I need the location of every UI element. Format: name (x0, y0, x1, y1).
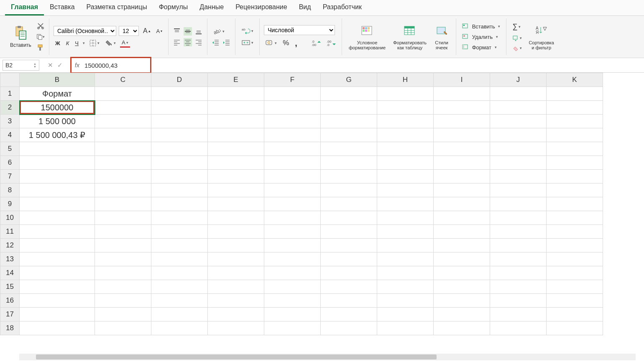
align-bottom-icon[interactable] (194, 27, 203, 36)
cell[interactable] (208, 128, 264, 142)
font-name-select[interactable]: Calibri (Основной… (54, 26, 116, 36)
cell[interactable] (434, 128, 490, 142)
row-header-15[interactable]: 15 (0, 280, 20, 294)
cell[interactable] (20, 308, 95, 321)
cell[interactable] (208, 211, 264, 225)
cell[interactable] (95, 211, 151, 225)
cell[interactable] (151, 184, 208, 197)
cell[interactable] (321, 294, 377, 308)
cell[interactable] (95, 197, 151, 211)
col-header-B[interactable]: B (20, 73, 95, 87)
cell[interactable] (264, 225, 321, 239)
cell[interactable] (321, 321, 377, 335)
copy-icon[interactable]: ▾ (36, 33, 45, 41)
col-header-E[interactable]: E (208, 73, 264, 87)
cell[interactable] (321, 184, 377, 197)
cell[interactable] (151, 294, 208, 308)
row-header-1[interactable]: 1 (0, 87, 20, 101)
cell[interactable] (547, 239, 603, 252)
cell[interactable] (547, 184, 603, 197)
col-header-C[interactable]: C (95, 73, 151, 87)
cell[interactable] (95, 87, 151, 101)
cell[interactable] (321, 87, 377, 101)
cell[interactable] (490, 266, 547, 280)
row-header-18[interactable]: 18 (0, 321, 20, 335)
cell[interactable] (377, 197, 434, 211)
cell[interactable] (95, 280, 151, 294)
cell[interactable] (95, 184, 151, 197)
cell[interactable] (208, 266, 264, 280)
cell[interactable] (151, 280, 208, 294)
font-color-button[interactable]: А▾ (120, 38, 130, 48)
cell-B3[interactable]: 1 500 000 (20, 115, 95, 128)
cell[interactable] (264, 252, 321, 266)
cell[interactable] (264, 87, 321, 101)
scrollbar-thumb[interactable] (36, 354, 437, 359)
cell[interactable] (321, 197, 377, 211)
cell[interactable] (264, 142, 321, 156)
cell[interactable] (490, 142, 547, 156)
cell[interactable] (321, 101, 377, 115)
cell[interactable] (20, 170, 95, 184)
cell[interactable] (547, 321, 603, 335)
borders-button[interactable]: ▾ (87, 38, 101, 48)
align-top-icon[interactable] (173, 27, 181, 36)
cell[interactable] (264, 211, 321, 225)
cell[interactable] (264, 156, 321, 170)
tab-data[interactable]: Данные (194, 0, 230, 15)
row-header-2[interactable]: 2 (0, 101, 20, 115)
formula-input[interactable]: 1500000,43 (83, 62, 119, 69)
cell[interactable] (264, 184, 321, 197)
cell[interactable] (321, 128, 377, 142)
cell[interactable] (434, 211, 490, 225)
row-header-16[interactable]: 16 (0, 294, 20, 308)
col-header-G[interactable]: G (321, 73, 377, 87)
cell[interactable] (547, 252, 603, 266)
cell[interactable] (434, 156, 490, 170)
cell[interactable] (151, 225, 208, 239)
cell[interactable] (547, 211, 603, 225)
col-header-D[interactable]: D (151, 73, 208, 87)
increase-decimal-button[interactable]: .0.00 (310, 38, 322, 48)
cell[interactable] (490, 308, 547, 321)
cell[interactable] (321, 170, 377, 184)
cell[interactable] (264, 115, 321, 128)
cell[interactable] (377, 280, 434, 294)
cell[interactable] (95, 321, 151, 335)
cell[interactable] (490, 101, 547, 115)
cell[interactable] (377, 87, 434, 101)
cell[interactable] (264, 128, 321, 142)
col-header-J[interactable]: J (490, 73, 547, 87)
cell[interactable] (377, 115, 434, 128)
cell[interactable] (208, 252, 264, 266)
cell[interactable] (151, 128, 208, 142)
cell[interactable] (377, 308, 434, 321)
cell[interactable] (151, 211, 208, 225)
decrease-decimal-button[interactable]: .00.0 (325, 38, 337, 48)
cell[interactable] (547, 142, 603, 156)
fx-icon[interactable]: fx (72, 62, 83, 69)
cell[interactable] (377, 294, 434, 308)
col-header-I[interactable]: I (434, 73, 490, 87)
cell[interactable] (377, 266, 434, 280)
cell[interactable] (20, 197, 95, 211)
bold-button[interactable]: Ж (54, 39, 62, 47)
cell[interactable] (434, 321, 490, 335)
cell[interactable] (20, 280, 95, 294)
cell[interactable] (547, 156, 603, 170)
cell[interactable] (264, 170, 321, 184)
cell[interactable] (151, 87, 208, 101)
cell[interactable] (151, 239, 208, 252)
cell[interactable] (490, 280, 547, 294)
cell[interactable] (377, 142, 434, 156)
cell[interactable] (95, 142, 151, 156)
cell[interactable] (151, 142, 208, 156)
cell[interactable] (547, 225, 603, 239)
cell[interactable] (377, 170, 434, 184)
sort-filter-button[interactable]: АЯ Сортировка и фильтр (526, 23, 556, 50)
cell[interactable] (547, 294, 603, 308)
cell[interactable] (321, 266, 377, 280)
row-header-12[interactable]: 12 (0, 239, 20, 252)
cell[interactable] (20, 225, 95, 239)
cell[interactable] (208, 184, 264, 197)
